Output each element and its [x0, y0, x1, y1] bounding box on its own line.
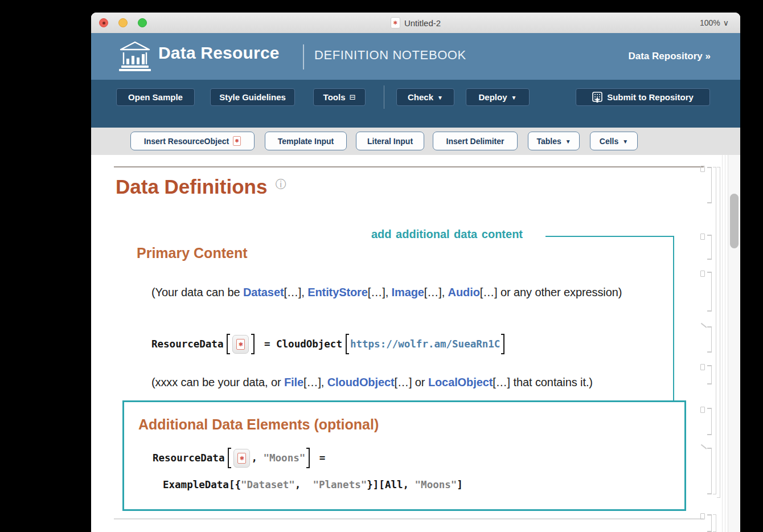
scrollbar-thumb[interactable] — [730, 194, 739, 248]
data-repository-link[interactable]: Data Repository » — [628, 51, 711, 62]
cell-bracket-note[interactable] — [706, 365, 712, 384]
primary-content-note-2: (xxxx can be your data, or File[…], Clou… — [151, 374, 709, 391]
tables-dropdown-button[interactable]: Tables ▼ — [528, 132, 580, 150]
tools-window-icon: ⊟ — [349, 93, 355, 101]
dropdown-arrow-icon: ▼ — [622, 138, 628, 145]
cell-bracket-additional-heading[interactable] — [706, 408, 712, 435]
cell-group-bracket[interactable] — [713, 514, 716, 532]
resource-object-icon[interactable] — [232, 335, 249, 354]
content-edge-line — [722, 155, 723, 532]
main-toolbar: Open Sample Style Guidelines Tools ⊟ Che… — [91, 80, 740, 128]
submit-upload-icon — [592, 92, 603, 103]
template-input-button[interactable]: Template Input — [265, 132, 347, 150]
style-guidelines-button[interactable]: Style Guidelines — [210, 88, 295, 106]
cell-tag-icon — [700, 364, 705, 370]
macos-titlebar: ✱ Untitled-2 100% ∨ — [91, 13, 740, 34]
cell-bracket-next-section[interactable] — [706, 514, 712, 532]
insert-resourceobject-button[interactable]: Insert ResourceObject ✱ — [130, 132, 255, 150]
primary-content-heading: Primary Content — [137, 245, 247, 261]
brand-header: Data Resource DEFINITION NOTEBOOK Data R… — [91, 33, 740, 80]
notebook-subtitle: DEFINITION NOTEBOOK — [314, 48, 466, 63]
insert-toolbar: Insert ResourceObject ✱ Template Input L… — [91, 128, 740, 155]
cell-bracket-title[interactable] — [706, 167, 712, 203]
tools-button[interactable]: Tools ⊟ — [313, 88, 366, 106]
cell-bracket-note[interactable] — [706, 272, 712, 312]
notebook-content: Data Definitions ⓘ add additional data c… — [91, 155, 740, 532]
cell-group-bracket[interactable] — [713, 167, 716, 494]
insert-delimiter-button[interactable]: Insert Delimiter — [433, 132, 518, 150]
cell-tag-icon — [700, 234, 705, 240]
deploy-dropdown-button[interactable]: Deploy ▼ — [466, 88, 530, 106]
additional-data-code-line-1[interactable]: ResourceData, "Moons" = — [153, 447, 325, 469]
cell-tag-icon — [700, 407, 705, 413]
resource-data-code-cell[interactable]: ResourceData = CloudObjecthttps://wolfr.… — [151, 333, 508, 355]
literal-input-button[interactable]: Literal Input — [356, 132, 424, 150]
dropdown-arrow-icon: ▼ — [437, 95, 443, 101]
cell-bracket-code[interactable] — [706, 326, 712, 353]
resource-object-icon: ✱ — [233, 136, 241, 146]
header-divider — [303, 44, 304, 69]
open-sample-button[interactable]: Open Sample — [116, 88, 195, 106]
primary-content-note: (Your data can be Dataset[…], EntityStor… — [151, 281, 641, 303]
notebook-window: ✱ Untitled-2 100% ∨ — [91, 13, 740, 532]
cell-tag-icon — [700, 166, 705, 172]
cell-bracket-code[interactable] — [706, 448, 712, 494]
window-title-group: ✱ Untitled-2 — [91, 13, 740, 33]
page-title: Data Definitions ⓘ — [116, 175, 286, 198]
dropdown-arrow-icon: ▼ — [511, 95, 517, 101]
info-icon[interactable]: ⓘ — [275, 177, 286, 192]
resource-object-icon: ✱ — [391, 17, 400, 28]
cell-bracket-primary-heading[interactable] — [706, 235, 712, 260]
section-top-rule — [114, 166, 704, 167]
cell-tag-icon — [700, 271, 705, 277]
submit-to-repository-button[interactable]: Submit to Repository — [576, 88, 710, 106]
chevron-down-icon: ∨ — [723, 18, 729, 27]
content-edge-line — [725, 155, 725, 532]
additional-data-heading: Additional Data Elements (optional) — [138, 416, 379, 433]
annotation-add-data-content: add additional data content — [371, 228, 523, 241]
zoom-level-label: 100% — [700, 18, 720, 27]
cell-divider-rule — [114, 518, 704, 519]
cell-tag-icon — [700, 513, 705, 519]
cell-group-bracket-outer[interactable] — [717, 167, 720, 498]
dropdown-arrow-icon: ▼ — [565, 138, 571, 145]
magnification-control[interactable]: 100% ∨ — [700, 13, 729, 33]
check-dropdown-button[interactable]: Check ▼ — [396, 88, 454, 106]
brand-title: Data Resource — [158, 43, 280, 63]
cells-dropdown-button[interactable]: Cells ▼ — [590, 132, 638, 150]
window-title: Untitled-2 — [404, 18, 441, 28]
additional-data-code-line-2[interactable]: ExampleData[{"Dataset", "Planets"}][All,… — [163, 476, 463, 493]
additional-data-elements-box: Additional Data Elements (optional) Reso… — [122, 400, 686, 511]
toolbar-divider — [384, 85, 384, 109]
vertical-scrollbar — [728, 155, 740, 532]
data-repository-bank-icon — [118, 40, 151, 72]
resource-object-icon[interactable] — [233, 449, 250, 468]
annotation-connector-horizontal — [545, 236, 674, 237]
screenshot-stage: ✱ Untitled-2 100% ∨ — [0, 0, 763, 532]
